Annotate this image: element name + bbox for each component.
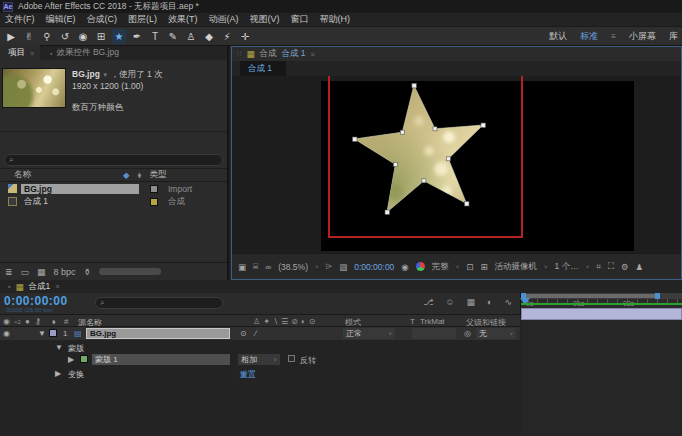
menu-composition[interactable]: 合成(C) xyxy=(87,13,118,26)
project-row-bg[interactable]: BG.jpg Import xyxy=(0,182,227,195)
workspace-menu-icon[interactable]: ≡ xyxy=(611,32,616,41)
zoom-tool-icon[interactable]: ⚲ xyxy=(40,29,54,44)
pan-behind-tool-icon[interactable]: ⊞ xyxy=(94,29,108,44)
view-count-select[interactable]: 1 个… xyxy=(555,261,579,273)
workspace-small-screen[interactable]: 小屏幕 xyxy=(629,30,656,43)
resolution-select[interactable]: 完整 xyxy=(432,261,449,273)
rotation-tool-icon[interactable]: ↺ xyxy=(58,29,72,44)
tab-comp-1[interactable]: 合成 1 xyxy=(240,61,286,76)
shape-tool-icon[interactable]: ★ xyxy=(112,29,126,44)
fx-switch-icon[interactable]: ∕ xyxy=(255,329,256,338)
transparency-grid-icon[interactable]: ▨ xyxy=(339,262,347,272)
expander-icon[interactable]: ▼ xyxy=(38,329,46,338)
panel-menu-icon[interactable]: ≡ xyxy=(30,50,34,57)
horizontal-scrollbar[interactable] xyxy=(99,268,161,275)
interpret-footage-icon[interactable]: ≣ xyxy=(5,267,13,277)
mask-color-swatch[interactable] xyxy=(80,355,88,363)
bit-depth-label[interactable]: 8 bpc xyxy=(54,267,76,277)
panel-menu-icon[interactable]: ≡ xyxy=(311,51,315,58)
column-name[interactable]: 名称 xyxy=(14,169,31,181)
roi-icon[interactable]: ⌲ xyxy=(325,261,332,272)
tab-project[interactable]: 项目 ≡ xyxy=(0,45,40,60)
sort-icon[interactable]: ◆ xyxy=(123,170,130,180)
trkmat-select[interactable] xyxy=(412,328,456,339)
target-region-icon[interactable]: ⊡ xyxy=(466,262,473,272)
workspace-default[interactable]: 默认 xyxy=(549,30,567,43)
mask-mode-select[interactable]: 相加 ˅ xyxy=(238,354,280,365)
label-column-icon[interactable]: ⬧ xyxy=(138,170,142,181)
panel-menu-icon[interactable]: ≡ xyxy=(55,283,59,290)
footage-dropdown-icon[interactable]: ▼ xyxy=(102,72,108,78)
project-search-input[interactable]: ⌕ xyxy=(4,154,223,166)
timeline-search-input[interactable]: ⌕ xyxy=(95,297,223,309)
expander-icon[interactable]: ▶ xyxy=(68,355,74,364)
track-area[interactable] xyxy=(521,315,682,436)
label-column-icon[interactable]: ⬧ xyxy=(52,317,56,327)
label-swatch[interactable] xyxy=(150,185,158,193)
camera-tool-icon[interactable]: ◉ xyxy=(76,29,90,44)
tab-effect-controls[interactable]: ▪ 效果控件 BG.jpg xyxy=(40,45,125,60)
menu-layer[interactable]: 图层(L) xyxy=(128,13,157,26)
layer-duration-bar[interactable] xyxy=(521,308,682,320)
menu-animation[interactable]: 动画(A) xyxy=(209,13,239,26)
magnification-select[interactable]: (38.5%) xyxy=(278,262,308,272)
mini-flowchart-icon[interactable]: ⎇ xyxy=(423,297,433,307)
always-preview-icon[interactable]: ▣ xyxy=(238,262,246,272)
expander-icon[interactable]: ▼ xyxy=(55,343,63,352)
pixel-aspect-icon[interactable]: ⊞ xyxy=(480,262,487,272)
view-layout-select[interactable]: 活动摄像机 xyxy=(495,261,538,273)
menu-effect[interactable]: 效果(T) xyxy=(168,13,198,26)
menu-edit[interactable]: 编辑(E) xyxy=(46,13,76,26)
video-column-icon[interactable]: ◉ xyxy=(3,317,10,326)
menu-view[interactable]: 视图(V) xyxy=(250,13,280,26)
eraser-tool-icon[interactable]: ◆ xyxy=(202,29,216,44)
mask-invert-checkbox[interactable] xyxy=(288,355,295,362)
layer-name[interactable]: BG.jpg xyxy=(86,328,230,339)
menu-window[interactable]: 窗口 xyxy=(291,13,309,26)
shy-layers-icon[interactable]: ☺ xyxy=(445,297,454,307)
current-time-display[interactable]: 0:00:00:00 xyxy=(4,294,68,308)
primary-viewer-icon[interactable]: ⌸ xyxy=(253,261,258,272)
workspace-more[interactable]: 库 xyxy=(669,30,678,43)
label-swatch[interactable] xyxy=(49,329,57,337)
fast-preview-icon[interactable]: ♟ xyxy=(636,262,644,272)
puppet-pin-tool-icon[interactable]: ✛ xyxy=(238,29,252,44)
transform-row[interactable]: ▶ 变换 重置 xyxy=(0,367,520,380)
clone-stamp-tool-icon[interactable]: ♙ xyxy=(184,29,198,44)
grid-guides-icon[interactable]: ⌗ xyxy=(596,261,601,272)
hand-tool-icon[interactable]: ✌ xyxy=(22,29,36,44)
project-row-comp[interactable]: 合成 1 合成 xyxy=(0,195,227,208)
column-type[interactable]: 类型 xyxy=(149,169,166,181)
roto-brush-tool-icon[interactable]: ⚡ xyxy=(220,29,234,44)
mask-name[interactable]: 蒙版 1 xyxy=(92,354,230,365)
new-composition-icon[interactable]: ▦ xyxy=(37,267,46,277)
transform-reset-link[interactable]: 重置 xyxy=(240,369,256,380)
audio-column-icon[interactable]: ◅ xyxy=(14,317,20,326)
snapshot-icon[interactable]: ◉ xyxy=(401,262,408,272)
eye-icon[interactable]: ◉ xyxy=(3,329,10,338)
trash-icon[interactable]: ⚱ xyxy=(84,267,92,277)
mask-row[interactable]: ▶ 蒙版 1 相加 ˅ 反转 xyxy=(0,353,520,366)
graph-editor-icon[interactable]: ∿ xyxy=(504,297,512,307)
layer-row-bg[interactable]: ◉ ▼ 1 ▤ BG.jpg ⊙ ∕ 正常 ˅ ◎ 无 ˅ xyxy=(0,327,520,340)
trkmat-column[interactable]: TrkMat xyxy=(420,317,445,326)
expander-icon[interactable]: ▶ xyxy=(55,369,61,378)
pick-whip-icon[interactable]: ◎ xyxy=(464,329,471,338)
stereo-3d-icon[interactable]: ∞ xyxy=(265,262,271,272)
menu-help[interactable]: 帮助(H) xyxy=(320,13,351,26)
show-channel-icon[interactable] xyxy=(416,262,425,271)
workspace-standard[interactable]: 标准 xyxy=(580,30,598,43)
timeline-tab-label[interactable]: 合成1 xyxy=(29,281,51,293)
viewer-timecode[interactable]: 0:00:00:00 xyxy=(354,262,394,272)
type-tool-icon[interactable]: T xyxy=(148,29,162,44)
solo-column-icon[interactable]: ● xyxy=(25,317,30,326)
selection-tool-icon[interactable]: ▶ xyxy=(4,29,18,44)
parent-select[interactable]: 无 ˅ xyxy=(476,328,516,339)
lock-column-icon[interactable]: ⚷ xyxy=(35,317,41,326)
brush-tool-icon[interactable]: ✎ xyxy=(166,29,180,44)
pen-tool-icon[interactable]: ✒ xyxy=(130,29,144,44)
blend-mode-select[interactable]: 正常 ˅ xyxy=(343,328,395,339)
exposure-icon[interactable]: ⚙ xyxy=(621,262,629,272)
frame-blend-icon[interactable]: ▦ xyxy=(467,297,476,307)
motion-blur-icon[interactable]: ◐ xyxy=(487,297,492,307)
